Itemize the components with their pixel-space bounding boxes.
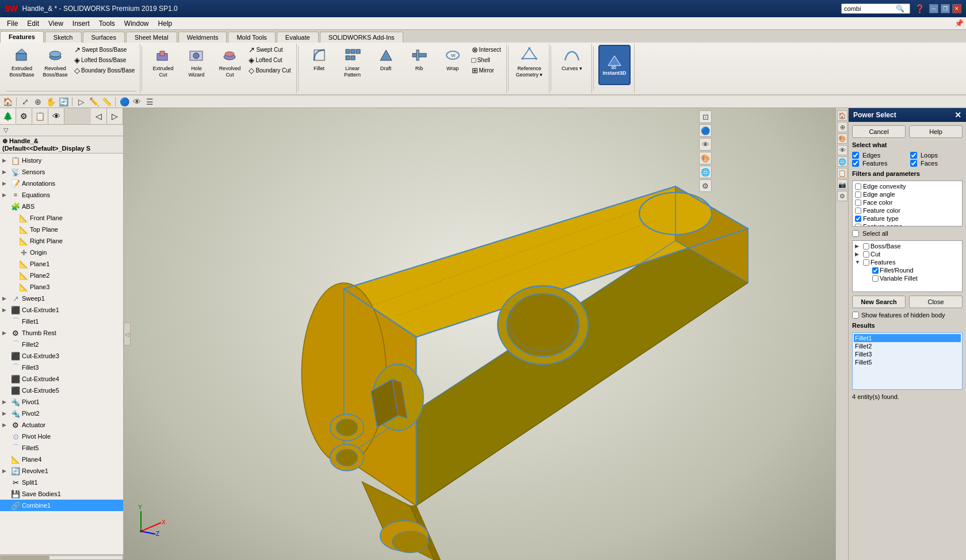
lofted-cut-button[interactable]: ◈ Lofted Cut	[247, 55, 292, 65]
rotate-icon[interactable]: 🔄	[58, 97, 68, 107]
rvi-decals-button[interactable]: 📋	[837, 168, 847, 178]
tab-mold-tools[interactable]: Mold Tools	[228, 32, 275, 43]
extruded-cut-button[interactable]: ExtrudedCut	[147, 45, 179, 79]
loops-checkbox[interactable]	[910, 152, 917, 159]
select-all-checkbox[interactable]	[852, 230, 859, 237]
power-select-close-icon[interactable]: ✕	[954, 110, 961, 120]
intersect-button[interactable]: ⊗ Intersect	[470, 45, 503, 55]
pin-icon[interactable]: 📌	[954, 19, 964, 28]
linear-pattern-button[interactable]: LinearPattern	[337, 45, 369, 79]
draft-button[interactable]: Draft	[370, 45, 402, 73]
tab-surfaces[interactable]: Surfaces	[83, 32, 125, 43]
tab-feature-manager[interactable]: 🌲	[0, 108, 16, 124]
tree-item-pivot1[interactable]: ▶ 🔩 Pivot1	[0, 396, 123, 408]
feature-name-cb[interactable]	[855, 224, 861, 227]
tree-item-equations[interactable]: ▶ = Equations	[0, 189, 123, 201]
measure-icon[interactable]: 📏	[101, 97, 112, 107]
tree-item-save-bodies1[interactable]: 💾 Save Bodies1	[0, 488, 123, 500]
rvi-appearance-button[interactable]: 🎨	[837, 133, 847, 144]
filters-list[interactable]: Edge convexity Edge angle Face color Fea…	[852, 181, 963, 227]
revolved-cut-button[interactable]: RevolvedCut	[213, 45, 246, 79]
tree-item-pivot2[interactable]: ▶ 🔩 Pivot2	[0, 408, 123, 419]
feature-type-tree[interactable]: ▶ Boss/Base ▶ Cut ▼ Features F	[852, 240, 963, 292]
edge-angle-cb[interactable]	[855, 191, 861, 198]
tree-item-split1[interactable]: ✂ Split1	[0, 477, 123, 488]
tree-item-fillet2[interactable]: ⌒ Fillet2	[0, 339, 123, 350]
show-hidden-checkbox[interactable]	[852, 312, 859, 319]
restore-button[interactable]: ❐	[941, 4, 950, 13]
viewport[interactable]: X Y Z ⊡ 🔵 👁 🎨 🌐 ⚙	[124, 108, 835, 560]
edges-checkbox[interactable]	[852, 152, 859, 159]
wrap-button[interactable]: W Wrap	[437, 45, 469, 73]
tree-item-sweep1[interactable]: ▶ ↗ Sweep1	[0, 293, 123, 304]
tree-item-sensors[interactable]: ▶ 📡 Sensors	[0, 166, 123, 178]
tab-addins[interactable]: SOLIDWORKS Add-Ins	[320, 32, 403, 43]
search-icon[interactable]: 🔍	[896, 5, 904, 13]
rvi-display-button[interactable]: 👁	[837, 145, 847, 155]
tree-item-cut-extrude4[interactable]: ⬛ Cut-Extrude4	[0, 373, 123, 385]
tree-item-fillet1[interactable]: ⌒ Fillet1	[0, 316, 123, 327]
tree-item-plane2[interactable]: 📐 Plane2	[0, 270, 123, 281]
rvi-settings-button[interactable]: ⚙	[837, 191, 847, 201]
view-settings-button[interactable]: ⚙	[699, 179, 712, 192]
filter-edge-convexity[interactable]: Edge convexity	[854, 182, 961, 190]
lofted-boss-base-button[interactable]: ◈ Lofted Boss/Base	[72, 55, 136, 65]
panel-right-arrow[interactable]: ▷	[107, 108, 123, 124]
rvi-3d-button[interactable]: ⊕	[837, 122, 847, 132]
tree-item-front-plane[interactable]: 📐 Front Plane	[0, 212, 123, 224]
pan-icon[interactable]: ✋	[45, 97, 56, 107]
tree-item-history[interactable]: ▶ 📋 History	[0, 155, 123, 166]
help-button[interactable]: Help	[909, 125, 963, 138]
tab-sheet-metal[interactable]: Sheet Metal	[126, 32, 177, 43]
tree-item-thumb-rest[interactable]: ▶ ⚙ Thumb Rest	[0, 327, 123, 339]
tree-cut[interactable]: ▶ Cut	[854, 250, 961, 258]
tree-item-annotations[interactable]: ▶ 📝 Annotations	[0, 178, 123, 189]
tree-item-cut-extrude3[interactable]: ⬛ Cut-Extrude3	[0, 350, 123, 362]
extruded-boss-base-button[interactable]: ExtrudedBoss/Base	[6, 45, 38, 79]
view-orientation-button[interactable]: ⊡	[699, 110, 712, 123]
minimize-button[interactable]: ─	[929, 4, 938, 13]
tree-features[interactable]: ▼ Features	[854, 258, 961, 266]
tab-sketch[interactable]: Sketch	[45, 32, 82, 43]
hscroll-thumb[interactable]	[1, 556, 49, 559]
tab-display-manager[interactable]: 👁	[48, 108, 64, 124]
tree-item-plane3[interactable]: 📐 Plane3	[0, 281, 123, 293]
filter-edge-angle[interactable]: Edge angle	[854, 190, 961, 198]
result-fillet3[interactable]: Fillet3	[854, 350, 961, 358]
sketch-icon[interactable]: ✏️	[89, 97, 99, 107]
display-style-button[interactable]: 🔵	[699, 124, 712, 137]
new-search-button[interactable]: New Search	[852, 296, 906, 308]
tree-item-cut-extrude5[interactable]: ⬛ Cut-Extrude5	[0, 385, 123, 396]
tree-filter-input[interactable]	[9, 127, 121, 133]
boss-base-cb[interactable]	[863, 243, 869, 250]
cut-collapse[interactable]: ▶	[855, 251, 862, 257]
hscroll-track[interactable]	[0, 555, 123, 560]
filter-feature-color[interactable]: Feature color	[854, 206, 961, 214]
edge-convexity-cb[interactable]	[855, 183, 861, 190]
help-icon[interactable]: ❓	[915, 4, 925, 13]
fillet-round-cb[interactable]	[872, 267, 879, 274]
rvi-camera-button[interactable]: 📷	[837, 179, 847, 190]
revolved-boss-base-button[interactable]: RevolvedBoss/Base	[39, 45, 71, 79]
hole-wizard-button[interactable]: HoleWizard	[180, 45, 212, 79]
filter-feature-type[interactable]: Feature type	[854, 214, 961, 223]
swept-cut-button[interactable]: ↗ Swept Cut	[247, 45, 292, 55]
feature-color-cb[interactable]	[855, 208, 861, 214]
home-icon[interactable]: 🏠	[2, 97, 13, 107]
close-button-ps[interactable]: Close	[909, 296, 963, 308]
boundary-boss-base-button[interactable]: ◇ Boundary Boss/Base	[72, 66, 136, 75]
tree-item-abs[interactable]: 🧩 ABS	[0, 201, 123, 212]
features-checkbox[interactable]	[852, 160, 859, 167]
left-panel-collapse[interactable]: ◁	[124, 323, 131, 346]
menu-file[interactable]: File	[2, 18, 22, 29]
result-fillet5[interactable]: Fillet5	[854, 358, 961, 366]
tab-evaluate[interactable]: Evaluate	[277, 32, 319, 43]
menu-tools[interactable]: Tools	[94, 18, 120, 29]
tree-item-revolve1[interactable]: ▶ 🔄 Revolve1	[0, 465, 123, 477]
menu-insert[interactable]: Insert	[68, 18, 94, 29]
cancel-button[interactable]: Cancel	[852, 125, 906, 138]
tree-item-right-plane[interactable]: 📐 Right Plane	[0, 235, 123, 247]
features-collapse[interactable]: ▼	[855, 259, 862, 265]
tree-item-cut-extrude1[interactable]: ▶ ⬛ Cut-Extrude1	[0, 304, 123, 316]
tab-config-manager[interactable]: 📋	[32, 108, 48, 124]
